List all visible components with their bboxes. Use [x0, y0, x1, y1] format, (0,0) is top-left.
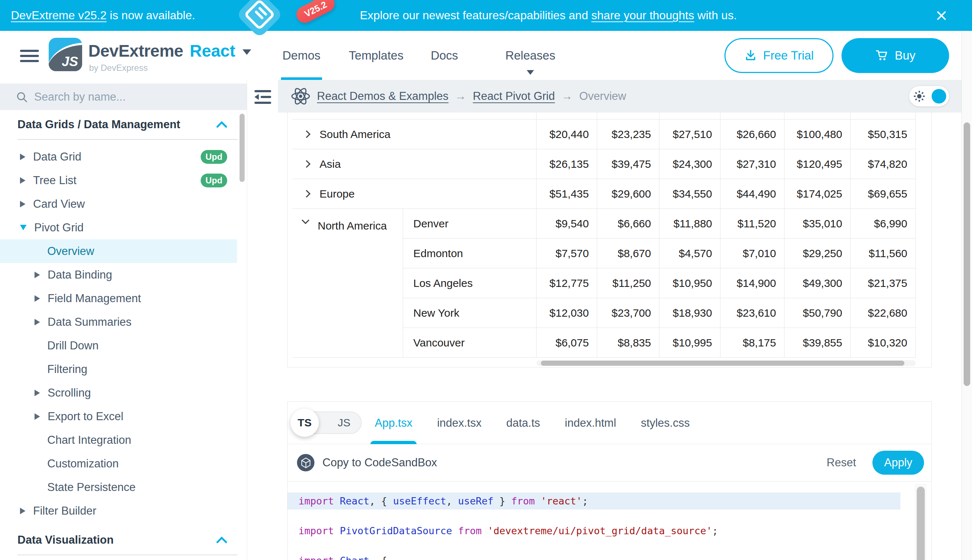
tab-styles-css[interactable]: styles.css [641, 402, 689, 444]
pivot-cell: $69,655 [851, 179, 916, 208]
tab-index-tsx[interactable]: index.tsx [437, 402, 481, 444]
pivot-row-europe: Europe $51,435 $29,600 $34,550 $44,490 $… [292, 179, 916, 209]
banner-version-link[interactable]: DevExtreme v25.2 [11, 9, 107, 22]
banner-close-icon[interactable] [935, 9, 948, 22]
nav-item-docs[interactable]: Docs [431, 31, 458, 80]
pivot-cell: $8,835 [597, 328, 659, 357]
sidebar-scrollbar-thumb[interactable] [239, 114, 244, 182]
row-header-vancouver[interactable]: Vancouver [403, 328, 537, 357]
language-option-js[interactable]: JS [338, 417, 350, 429]
code-line-2: import PivotGridDataSource from 'devextr… [288, 522, 931, 539]
sidebar-item-field-management[interactable]: Field Management [0, 287, 237, 310]
banner-center-text: Explore our newest features/capabilities… [360, 0, 737, 31]
page-scrollbar [962, 31, 972, 560]
releases-caret-icon [527, 70, 534, 75]
sidebar-item-data-grid[interactable]: Data GridUpd [0, 145, 237, 168]
pivot-cell: $11,880 [659, 209, 721, 238]
share-thoughts-link[interactable]: share your thoughts [591, 9, 694, 22]
search-input[interactable] [34, 90, 209, 103]
pivot-cell: $26,660 [721, 120, 785, 149]
devextreme-demos-page: DevExtreme v25.2 is now available. V25.2… [0, 0, 972, 560]
sidebar-item-tree-list[interactable]: Tree ListUpd [0, 168, 237, 192]
row-header-north-america[interactable]: North America [292, 209, 403, 358]
row-header-europe[interactable]: Europe [292, 179, 537, 208]
pivot-cell: $29,600 [597, 179, 659, 208]
copy-to-codesandbox-button[interactable]: Copy to CodeSandBox [323, 456, 437, 469]
sidebar-item-scrolling[interactable]: Scrolling [0, 381, 237, 405]
section-header-data-grids[interactable]: Data Grids / Data Management [0, 110, 247, 139]
expand-right-icon [35, 272, 40, 278]
page-scrollbar-thumb[interactable] [964, 122, 970, 386]
sidebar-item-filtering[interactable]: Filtering [0, 357, 237, 381]
breadcrumb-link-pivot-grid[interactable]: React Pivot Grid [473, 90, 555, 103]
code-tabs-row: JS TS App.tsx index.tsx data.ts index.ht… [288, 402, 931, 444]
pivot-row-denver: Denver $9,540 $6,660 $11,880 $11,520 $35… [403, 209, 916, 238]
language-toggle[interactable]: JS TS [292, 412, 362, 434]
sidebar-item-filter-builder[interactable]: Filter Builder [0, 499, 237, 523]
collapse-sidebar-icon[interactable] [254, 89, 271, 105]
expand-right-icon [20, 201, 25, 207]
free-trial-label: Free Trial [763, 49, 813, 62]
sidebar-item-card-view[interactable]: Card View [0, 192, 237, 216]
pivot-cell: $174,025 [785, 179, 851, 208]
pivot-row-vancouver: Vancouver $6,075 $8,835 $10,995 $8,175 $… [403, 328, 916, 358]
row-header-edmonton[interactable]: Edmonton [403, 238, 537, 268]
nav-item-templates[interactable]: Templates [349, 31, 403, 80]
nav-item-demos[interactable]: Demos [283, 31, 321, 80]
brand-line: DevExtreme React [88, 41, 251, 61]
sidebar-item-customization[interactable]: Customization [0, 452, 237, 475]
codesandbox-icon[interactable] [297, 454, 315, 472]
row-header-south-america[interactable]: South America [292, 120, 537, 149]
reset-button[interactable]: Reset [826, 456, 856, 469]
theme-toggle[interactable] [909, 86, 949, 107]
sidebar-item-pivot-grid[interactable]: Pivot Grid [0, 216, 237, 239]
pivot-cell: $12,030 [537, 298, 597, 328]
section-header-data-visualization[interactable]: Data Visualization [0, 525, 247, 555]
pivot-cell: $21,375 [851, 268, 916, 298]
sidebar-item-state-persistence[interactable]: State Persistence [0, 475, 237, 499]
breadcrumb-link-demos[interactable]: React Demos & Examples [317, 90, 448, 103]
code-editor: import React, { useEffect, useRef } from… [288, 482, 931, 560]
row-header-los-angeles[interactable]: Los Angeles [403, 268, 537, 298]
tab-app-tsx[interactable]: App.tsx [375, 402, 412, 444]
pivot-cell: $6,990 [851, 209, 916, 238]
sidebar-item-drill-down[interactable]: Drill Down [0, 334, 237, 357]
version-badge: V25.2 [294, 0, 338, 26]
sidebar-item-overview[interactable]: Overview [0, 239, 237, 263]
nav-item-releases[interactable]: Releases [505, 31, 555, 80]
pivot-row-south-america: South America $20,440 $23,235 $27,510 $2… [292, 120, 916, 149]
pivot-cell: $39,855 [785, 328, 851, 357]
expand-right-icon [35, 413, 40, 420]
language-option-ts[interactable]: TS [290, 408, 319, 437]
pivot-cell: $14,900 [721, 268, 785, 298]
theme-toggle-knob [932, 89, 946, 103]
sidebar-item-data-summaries[interactable]: Data Summaries [0, 310, 237, 334]
pivot-cell: $26,135 [537, 149, 597, 179]
code-toolbar-row: Copy to CodeSandBox Reset Apply [288, 444, 931, 482]
expand-right-icon [35, 390, 40, 396]
main-nav: Demos Templates Docs Releases [283, 31, 555, 80]
pivot-group-north-america: North America Denver $9,540 $6,660 $11,8… [292, 209, 916, 358]
sidebar-item-data-binding[interactable]: Data Binding [0, 263, 237, 287]
section-title: Data Grids / Data Management [17, 118, 180, 131]
code-vertical-scrollbar-thumb[interactable] [917, 487, 925, 560]
row-header-asia[interactable]: Asia [292, 149, 537, 179]
free-trial-button[interactable]: Free Trial [724, 38, 833, 73]
sidebar-item-export-to-excel[interactable]: Export to Excel [0, 405, 237, 428]
brand-byline: by DevExpress [89, 63, 147, 73]
banner-center-post: with us. [694, 9, 737, 22]
pivot-cell: $120,495 [785, 149, 851, 179]
framework-dropdown-caret-icon[interactable] [243, 49, 251, 55]
buy-button[interactable]: Buy [842, 38, 949, 73]
pivot-cell: $27,310 [721, 149, 785, 179]
apply-button[interactable]: Apply [872, 451, 924, 475]
pivot-cell: $39,475 [597, 149, 659, 179]
sidebar-item-chart-integration[interactable]: Chart Integration [0, 428, 237, 452]
hamburger-menu-icon[interactable] [20, 50, 39, 65]
tab-index-html[interactable]: index.html [565, 402, 616, 444]
row-header-denver[interactable]: Denver [403, 209, 537, 238]
pivot-horizontal-scrollbar-thumb[interactable] [541, 361, 904, 366]
row-header-new-york[interactable]: New York [403, 298, 537, 328]
tab-data-ts[interactable]: data.ts [506, 402, 540, 444]
devextreme-logo[interactable]: JS [49, 38, 82, 71]
